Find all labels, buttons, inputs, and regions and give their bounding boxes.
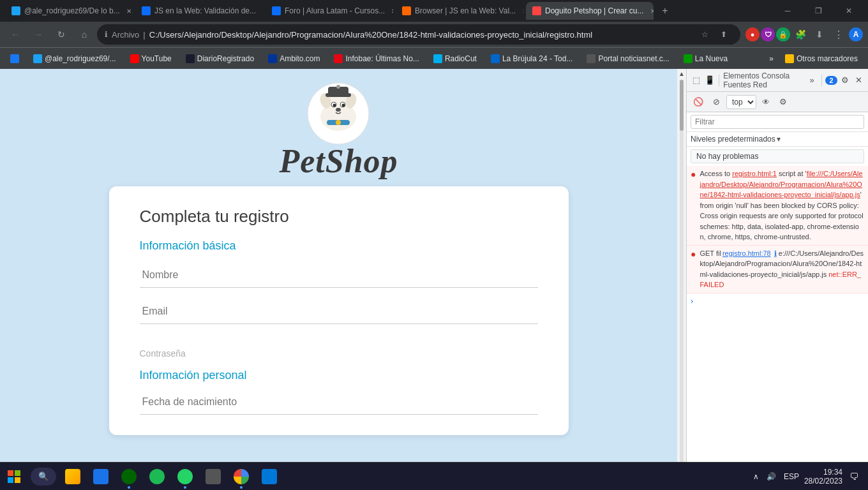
- taskbar-app-utor[interactable]: [115, 463, 143, 491]
- bookmarks-more-icon: »: [769, 54, 774, 63]
- name-input[interactable]: [140, 263, 538, 288]
- error-link-1b[interactable]: file:///C:/Users/Alejandro/Desktop/Aleja…: [700, 170, 862, 198]
- maximize-button[interactable]: ❐: [804, 0, 832, 22]
- taskbar-search-icon: 🔍: [38, 471, 49, 481]
- taskbar-app-spotify[interactable]: [143, 463, 171, 491]
- devtools-context-select[interactable]: top: [726, 95, 756, 109]
- start-button[interactable]: [0, 463, 28, 491]
- scroll-handle[interactable]: [680, 80, 684, 131]
- devtools-more-btn[interactable]: »: [807, 73, 818, 88]
- section-basic-title: Información básica: [140, 239, 538, 253]
- bookmark-favicon-dr: [186, 54, 195, 63]
- devtools-pointer-btn[interactable]: ⬚: [691, 73, 701, 88]
- error-link-1a[interactable]: registro.html:1: [732, 170, 777, 177]
- tab-favicon-4: [402, 6, 411, 15]
- bookmark-diario[interactable]: DiarioRegistrado: [181, 52, 259, 66]
- tab-close-3[interactable]: ✕: [389, 6, 393, 16]
- devtools-sep-1: [719, 75, 719, 86]
- bookmark-fb[interactable]: [5, 52, 24, 66]
- bookmark-ambito[interactable]: Ambito.com: [263, 52, 325, 66]
- tab-3[interactable]: Foro | Alura Latam - Cursos... ✕: [266, 2, 393, 20]
- taskbar-app-whatsapp[interactable]: [171, 463, 199, 491]
- error-link-info-2[interactable]: ℹ: [774, 249, 777, 257]
- devtools-sep-2: [821, 75, 822, 86]
- bookmarks-more-button[interactable]: »: [764, 52, 779, 66]
- profile-avatar[interactable]: A: [849, 27, 863, 41]
- tab-5-active[interactable]: Doguito Petshop | Crear cu... ✕: [526, 2, 654, 20]
- error-link-2a[interactable]: registro.html:78: [722, 249, 771, 257]
- bookmark-twitter[interactable]: @ale_rodriguez69/...: [28, 52, 121, 66]
- minimize-button[interactable]: ─: [774, 0, 802, 22]
- devtools-filter-input[interactable]: [691, 115, 864, 129]
- console-expand-btn[interactable]: ›: [687, 293, 868, 308]
- scroll-track: [680, 80, 684, 479]
- reload-button[interactable]: ↻: [51, 24, 71, 45]
- tab-2[interactable]: JS en la Web: Validación de... ✕: [135, 2, 263, 20]
- tab-label-4: Browser | JS en la Web: Val...: [415, 6, 516, 15]
- bookmarks-other-icon: [785, 54, 794, 63]
- home-button[interactable]: ⌂: [74, 24, 94, 45]
- bookmark-star-icon[interactable]: ☆: [696, 26, 714, 43]
- levels-chevron-icon: ▾: [777, 135, 781, 144]
- bookmarks-bar: @ale_rodriguez69/... YouTube DiarioRegis…: [0, 47, 868, 69]
- taskbar-datetime: 19:34 28/02/2023: [804, 468, 842, 486]
- devtools-ban-btn[interactable]: 🚫: [691, 94, 706, 110]
- ext-icon-1[interactable]: ●: [745, 27, 760, 41]
- no-problems-button[interactable]: No hay problemas: [691, 149, 864, 163]
- new-tab-button[interactable]: +: [656, 2, 674, 20]
- error-entry-2: ● GET filregistro.html:78 ℹ e:///C:/User…: [687, 246, 868, 293]
- bookmark-brujula[interactable]: La Brújula 24 - Tod...: [486, 52, 578, 66]
- tab-close-2[interactable]: ✕: [260, 6, 263, 16]
- tab-favicon-3: [272, 6, 281, 15]
- back-button[interactable]: ←: [5, 24, 26, 45]
- tab-close-4[interactable]: ✕: [520, 6, 523, 16]
- close-button[interactable]: ✕: [835, 0, 863, 22]
- date-input[interactable]: [140, 390, 538, 415]
- bookmark-favicon-fb: [10, 54, 19, 63]
- taskbar-app-vscode[interactable]: [255, 463, 283, 491]
- password-label: Contraseña: [140, 348, 538, 359]
- email-input[interactable]: [140, 299, 538, 324]
- bookmark-infobae[interactable]: Infobae: Últimas No...: [329, 52, 424, 66]
- bookmark-favicon-rc: [433, 54, 442, 63]
- taskbar-app-notepad[interactable]: [199, 463, 227, 491]
- bookmark-favicon-amb: [268, 54, 277, 63]
- devtools-eye-btn[interactable]: 👁: [759, 95, 773, 109]
- bookmark-youtube[interactable]: YouTube: [125, 52, 177, 66]
- taskbar-search-bar[interactable]: 🔍: [31, 468, 56, 486]
- tab-4[interactable]: Browser | JS en la Web: Val... ✕: [396, 2, 523, 20]
- taskbar-notification-button[interactable]: 🗨: [845, 463, 863, 491]
- taskbar-app-files[interactable]: [87, 463, 115, 491]
- bookmark-radiocut[interactable]: RadioCut: [428, 52, 482, 66]
- notification-icon: 🗨: [849, 471, 858, 482]
- devtools-settings-gear[interactable]: ⚙: [775, 94, 791, 110]
- bookmarks-other-button[interactable]: Otros marcadores: [780, 52, 863, 66]
- bookmark-label-bru: La Brújula 24 - Tod...: [502, 54, 573, 63]
- tab-close-1[interactable]: ✕: [124, 6, 133, 16]
- bookmark-nueva[interactable]: La Nueva: [678, 52, 733, 66]
- ext-icon-3[interactable]: 🔒: [776, 27, 790, 41]
- forward-button[interactable]: →: [28, 24, 49, 45]
- devtools-close-btn[interactable]: ✕: [853, 73, 864, 88]
- taskbar-app-explorer[interactable]: [59, 463, 87, 491]
- tab-close-5[interactable]: ✕: [648, 6, 654, 16]
- download-icon[interactable]: ⬇: [811, 26, 828, 43]
- devtools-levels-row: Niveles predeterminados ▾: [687, 132, 868, 147]
- taskbar-chevron-up[interactable]: ∧: [751, 471, 761, 482]
- taskbar-volume-icon[interactable]: 🔊: [764, 471, 779, 482]
- scroll-up-button[interactable]: ▲: [678, 70, 685, 77]
- ext-icon-2[interactable]: 🛡: [761, 27, 775, 41]
- taskbar-app-chrome[interactable]: [227, 463, 255, 491]
- extensions-icon[interactable]: 🧩: [791, 26, 809, 43]
- bookmark-portal[interactable]: Portal noticiasnet.c...: [581, 52, 674, 66]
- address-input-wrap[interactable]: ℹ Archivo | C:/Users/Alejandro/Desktop/A…: [97, 24, 740, 45]
- scroll-thumb-area: [680, 80, 684, 479]
- menu-icon[interactable]: ⋮: [830, 26, 848, 43]
- devtools-mobile-btn[interactable]: 📱: [704, 73, 715, 88]
- tab-1[interactable]: @ale_rodriguez69/De lo b... ✕: [5, 2, 133, 20]
- share-icon[interactable]: ⬆: [715, 26, 733, 43]
- bookmark-favicon-portal: [587, 54, 595, 63]
- devtools-filter-btn[interactable]: ⊘: [708, 94, 724, 110]
- devtools-settings-btn[interactable]: ⚙: [840, 73, 851, 88]
- svg-rect-16: [15, 470, 20, 476]
